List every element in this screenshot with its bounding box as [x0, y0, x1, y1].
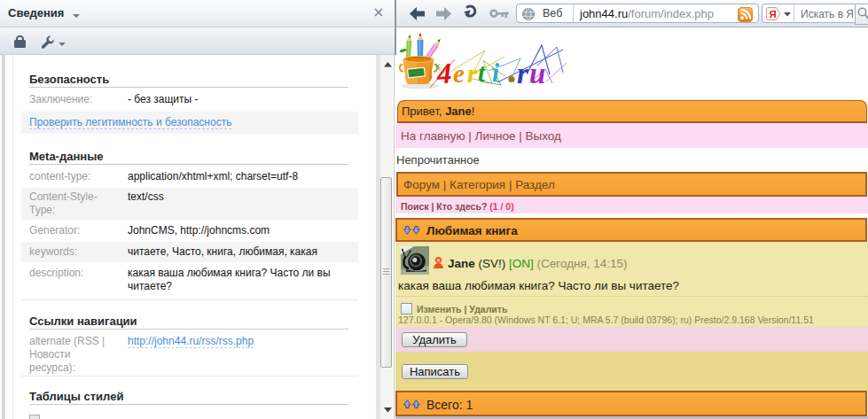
- svg-text:i: i: [492, 58, 499, 87]
- svg-text:r: r: [517, 58, 529, 89]
- svg-text:4: 4: [435, 57, 452, 89]
- svg-text:t: t: [478, 58, 486, 87]
- svg-text:Я: Я: [770, 9, 777, 19]
- svg-text:e: e: [453, 59, 465, 88]
- svg-text:r: r: [467, 59, 478, 88]
- svg-text:u: u: [529, 58, 545, 89]
